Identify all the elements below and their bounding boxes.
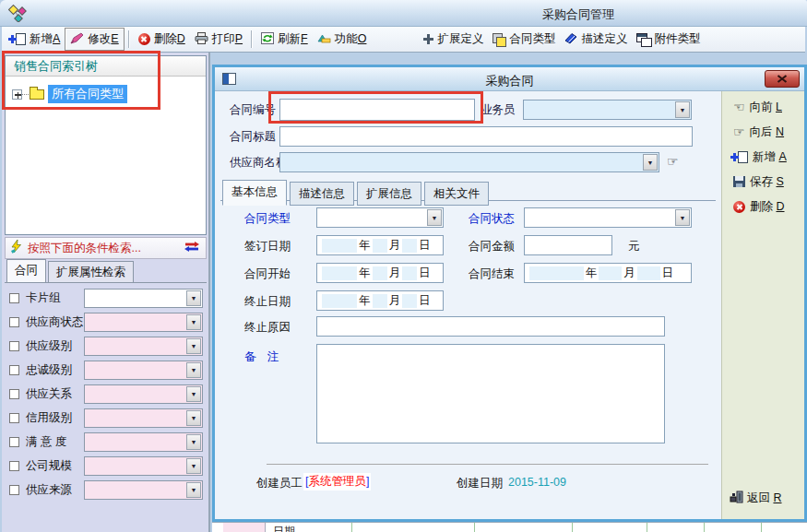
checkbox[interactable] (9, 485, 19, 495)
chevron-down-icon[interactable] (186, 434, 201, 450)
contract-title-input[interactable] (279, 126, 693, 147)
chevron-down-icon[interactable] (675, 209, 690, 226)
toolbar-delete-button[interactable]: 删除D (134, 29, 190, 50)
button-label: 返回 (747, 491, 770, 504)
filter-label: 供应来源 (26, 482, 72, 498)
tab-extended-info[interactable]: 扩展信息 (357, 182, 421, 206)
checkbox[interactable] (9, 365, 19, 375)
company-scale-dropdown[interactable] (84, 456, 203, 476)
supplier-name-dropdown[interactable] (279, 152, 659, 172)
button-label: 功能 (335, 32, 358, 45)
toolbar-new-button[interactable]: 新增A (6, 29, 65, 50)
checkbox[interactable] (9, 317, 19, 327)
checkbox[interactable] (9, 389, 19, 399)
credit-level-dropdown[interactable] (84, 408, 203, 428)
tab-description-info[interactable]: 描述信息 (290, 182, 354, 206)
plus-icon (423, 34, 433, 44)
chevron-down-icon[interactable] (675, 101, 690, 118)
tree-item-label[interactable]: 所有合同类型 (48, 85, 127, 103)
contract-amount-input[interactable] (524, 235, 612, 255)
toolbar-right-group: 扩展定义 合同类型 描述定义 附件类型 (419, 29, 705, 50)
toolbar-print-button[interactable]: 打印P (190, 29, 247, 50)
button-label: 新增 (753, 150, 776, 163)
supply-source-dropdown[interactable] (84, 480, 203, 500)
previous-button[interactable]: ☜ 向前 L (733, 99, 782, 115)
app-titlebar: 采购合同管理 (0, 0, 807, 27)
tree-panel-title: 销售合同索引树 (6, 56, 206, 77)
return-button[interactable]: 返回 R (730, 491, 782, 506)
blue-book-icon (564, 32, 577, 47)
app-logo-icon (8, 5, 29, 25)
main-toolbar: 新增A 修改E 删除D 打印P 刷新F 功能O 扩展定义 合同类型 描述定义 (2, 27, 805, 53)
toolbar-edit-button[interactable]: 修改E (65, 28, 124, 51)
contract-type-dropdown[interactable] (316, 207, 444, 228)
tree-row-all-contract-types[interactable]: 所有合同类型 (12, 85, 206, 103)
next-button[interactable]: ☞ 向后 N (733, 124, 784, 140)
chevron-down-icon[interactable] (186, 458, 201, 474)
contract-start-date-field[interactable]: 年 月 日 (316, 263, 444, 283)
satisfaction-dropdown[interactable] (84, 432, 203, 452)
dialog-titlebar: 采购合同 (215, 67, 804, 91)
terminate-reason-input[interactable] (316, 316, 665, 337)
refresh-icon (261, 32, 274, 47)
dialog-body: 合同编号 业务员 合同标题 供应商名称 ☞ 基本信息 描述信息 扩展信息 相关文… (215, 91, 721, 519)
chevron-down-icon[interactable] (186, 410, 201, 426)
checkbox[interactable] (9, 341, 19, 351)
date-segment (322, 266, 357, 280)
contract-end-date-field[interactable]: 年 月 日 (524, 263, 692, 283)
chevron-down-icon[interactable] (186, 386, 201, 402)
chevron-down-icon[interactable] (186, 314, 201, 330)
tree-expander-icon[interactable] (12, 89, 22, 100)
tab-related-files[interactable]: 相关文件 (424, 182, 489, 206)
tab-basic-info[interactable]: 基本信息 (222, 180, 287, 206)
toolbar-attachment-type-button[interactable]: 附件类型 (632, 29, 705, 50)
remark-label: 备 注 (244, 349, 279, 365)
button-label: 附件类型 (654, 31, 700, 47)
background-column-header: 日期 (273, 524, 295, 532)
loyalty-level-dropdown[interactable] (84, 361, 203, 380)
supplier-status-dropdown[interactable] (84, 313, 203, 332)
hand-right-icon[interactable]: ☞ (667, 155, 679, 168)
chevron-down-icon[interactable] (186, 290, 201, 306)
close-button[interactable] (765, 70, 800, 88)
contract-status-dropdown[interactable] (524, 207, 692, 228)
filter-row-loyalty-level: 忠诚级别 (5, 361, 207, 380)
folder-icon (30, 89, 44, 100)
supply-relation-dropdown[interactable] (84, 384, 203, 404)
toolbar-extended-definition-button[interactable]: 扩展定义 (419, 29, 488, 50)
toolbar-contract-type-button[interactable]: 合同类型 (488, 29, 560, 50)
card-group-dropdown[interactable] (84, 289, 203, 308)
tab-extended-attribute-search[interactable]: 扩展属性检索 (48, 261, 134, 282)
date-segment (322, 294, 357, 308)
dialog-side-panel: ☜ 向前 L ☞ 向后 N 新增 A 保存 S 删除 D 返回 R (721, 91, 804, 519)
contract-no-input[interactable] (279, 99, 475, 121)
tab-contract[interactable]: 合同 (6, 259, 46, 282)
table-gridline (704, 523, 705, 532)
checkbox[interactable] (9, 293, 19, 303)
checkbox[interactable] (9, 437, 19, 447)
save-button[interactable]: 保存 S (733, 173, 784, 190)
sign-date-field[interactable]: 年 月 日 (316, 235, 444, 255)
checkbox[interactable] (9, 413, 19, 423)
delete-button[interactable]: 删除 D (733, 198, 785, 215)
new-button[interactable]: 新增 A (733, 148, 787, 165)
remark-textarea[interactable] (316, 344, 665, 443)
toolbar-refresh-button[interactable]: 刷新F (256, 29, 313, 50)
dialog-title: 采购合同 (215, 73, 804, 89)
toolbar-description-definition-button[interactable]: 描述定义 (560, 29, 632, 50)
salesman-dropdown[interactable] (523, 100, 692, 120)
chevron-down-icon[interactable] (186, 362, 201, 378)
table-gridline (647, 523, 647, 532)
checkbox[interactable] (9, 461, 19, 471)
chevron-down-icon[interactable] (186, 482, 201, 498)
toolbar-function-button[interactable]: 功能O (313, 29, 372, 50)
chevron-down-icon[interactable] (643, 154, 658, 171)
button-label: 删除 (750, 200, 773, 213)
chevron-down-icon[interactable] (186, 338, 201, 354)
exit-door-icon (730, 491, 743, 506)
table-gridline (572, 523, 573, 532)
swap-arrows-icon[interactable] (184, 242, 200, 254)
supply-level-dropdown[interactable] (84, 337, 203, 356)
terminate-date-field[interactable]: 年 月 日 (316, 290, 444, 311)
chevron-down-icon[interactable] (427, 209, 442, 226)
